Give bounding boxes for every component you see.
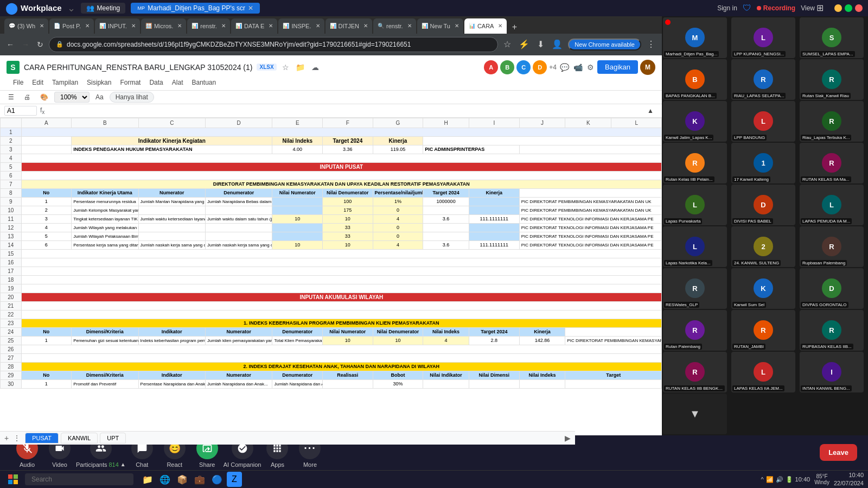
- tab-close-icon[interactable]: ✕: [269, 23, 273, 29]
- tab-close-icon[interactable]: ✕: [316, 23, 320, 29]
- video-tile[interactable]: BBAPAS PANGKALAN B...: [663, 59, 727, 100]
- account-button[interactable]: M: [640, 60, 655, 75]
- sheet-tab-kanwil[interactable]: KANWIL: [61, 433, 98, 435]
- add-sheet-button[interactable]: +: [4, 434, 9, 435]
- menu-button[interactable]: ⋮: [644, 38, 658, 50]
- sheet-tab-pusat[interactable]: PUSAT: [25, 433, 59, 435]
- taskbar-app-chrome[interactable]: 🌐: [157, 472, 173, 487]
- user-dot-green[interactable]: B: [500, 60, 514, 74]
- video-tile[interactable]: KKanwil Sum Sel: [731, 268, 795, 309]
- browser-tab-wh[interactable]: 💬 (3) Wh ✕: [4, 18, 48, 34]
- comment-button[interactable]: 💬: [559, 62, 570, 73]
- taskbar-app-explorer[interactable]: 📁: [140, 472, 155, 487]
- video-tile[interactable]: DDIVISI PAS BABEL: [731, 185, 795, 225]
- user-dot-red[interactable]: A: [484, 60, 498, 74]
- font-button[interactable]: Aa: [92, 92, 107, 103]
- menu-edit[interactable]: Edit: [28, 77, 48, 88]
- menu-tampilan[interactable]: Tampilan: [48, 77, 82, 88]
- meeting-button[interactable]: 👥 Meeting: [81, 3, 126, 14]
- settings-button[interactable]: ⚙: [586, 62, 595, 73]
- reload-button[interactable]: ↻: [35, 39, 46, 50]
- tab-close-icon[interactable]: ✕: [40, 23, 44, 29]
- video-tile[interactable]: KKanwil Jatim_Lapas K...: [663, 101, 727, 142]
- maximize-button[interactable]: [845, 4, 852, 12]
- video-tile[interactable]: LLPP KUPANG_NENGSI...: [731, 17, 795, 58]
- close-button[interactable]: [855, 4, 863, 12]
- tab-close-icon[interactable]: ✕: [498, 23, 502, 29]
- tray-chevron[interactable]: ^: [761, 476, 763, 483]
- video-tile[interactable]: RRutan Siak_Kanwil Riau: [800, 59, 864, 100]
- browser-tab-cara[interactable]: 📊 CARA ✕: [464, 18, 507, 34]
- paint-button[interactable]: 🎨: [36, 92, 52, 103]
- cell-a2[interactable]: [21, 136, 72, 145]
- cell-a3[interactable]: [21, 145, 72, 154]
- video-tile[interactable]: RRUTAN_JAMBI: [731, 310, 795, 351]
- taskbar-app-dropbox[interactable]: 📦: [175, 472, 190, 487]
- menu-file[interactable]: File: [9, 77, 28, 88]
- browser-tab-micro[interactable]: 🪟 Micros. ✕: [141, 18, 186, 34]
- video-tile[interactable]: RRUTAN KELAS IIB BENGKULU...: [663, 352, 727, 392]
- new-tab-button[interactable]: +: [508, 21, 521, 34]
- scroll-down-button[interactable]: ▼: [663, 394, 727, 434]
- sign-in-button[interactable]: Sign in: [717, 4, 737, 12]
- video-tile[interactable]: RRiau_Lapas Terbuka K...: [800, 101, 864, 142]
- col-l-header[interactable]: L: [611, 118, 662, 128]
- col-h-header[interactable]: H: [423, 118, 469, 128]
- video-tile[interactable]: LLapas Purwakarta: [663, 185, 727, 225]
- video-tile[interactable]: MMarhadi_Ditjen Pas_Bag...: [663, 17, 727, 58]
- profile-button[interactable]: 👤: [550, 38, 565, 50]
- print-button[interactable]: 🖨: [20, 92, 34, 103]
- col-k-header[interactable]: K: [565, 118, 611, 128]
- tab-close-icon[interactable]: ✕: [131, 23, 136, 29]
- col-g-header[interactable]: G: [373, 118, 423, 128]
- video-tile[interactable]: IINTAN KANWIL BENG...: [800, 352, 864, 392]
- col-f-header[interactable]: F: [323, 118, 373, 128]
- video-tile[interactable]: RRUPBASAN KELAS IIB...: [800, 310, 864, 351]
- browser-tab-data[interactable]: 📊 DATA E ✕: [231, 18, 278, 34]
- download-button[interactable]: ⬇: [535, 38, 546, 50]
- sheet-options-button[interactable]: ⋮: [13, 434, 21, 435]
- browser-tab-ditjen[interactable]: 📊 DITJEN ✕: [326, 18, 373, 34]
- video-tile[interactable]: LLapas Narkotika Kela...: [663, 226, 727, 267]
- video-tile[interactable]: LLAPAS KELAS IIA JEM...: [731, 352, 795, 392]
- leave-button[interactable]: Leave: [820, 444, 857, 461]
- forward-button[interactable]: →: [20, 39, 31, 50]
- tray-speaker-icon[interactable]: 🔊: [776, 476, 783, 483]
- tab-close-icon[interactable]: ✕: [221, 23, 226, 29]
- tab-close-icon[interactable]: ✕: [177, 23, 182, 29]
- taskbar-search-input[interactable]: [25, 473, 133, 485]
- taskbar-app-zoom[interactable]: Z: [227, 472, 242, 487]
- taskbar-app-teams[interactable]: 💼: [192, 472, 207, 487]
- video-tile[interactable]: RRIAU_LAPAS SELATPA...: [731, 59, 795, 100]
- col-a-header[interactable]: A: [21, 118, 72, 128]
- performance-button[interactable]: ⚡: [516, 38, 532, 50]
- video-tile[interactable]: RRutan Kelas IIB Pelain...: [663, 143, 727, 183]
- browser-tab-inspe[interactable]: 📊 INSPE. ✕: [278, 18, 324, 34]
- col-b-header[interactable]: B: [72, 118, 138, 128]
- col-e-header[interactable]: E: [272, 118, 323, 128]
- menu-icon-button[interactable]: ☰: [4, 92, 18, 103]
- screen-share-tab[interactable]: MP Marhadi_Ditjen Pas_Bag PP's scr ✕: [131, 3, 260, 14]
- move-button[interactable]: 📁: [295, 62, 306, 73]
- browser-tab-renstr2[interactable]: 🔍 renstr. ✕: [373, 18, 416, 34]
- taskbar-app-edge[interactable]: 🔵: [209, 472, 225, 487]
- minimize-button[interactable]: [834, 4, 842, 12]
- cell-a1[interactable]: [21, 128, 661, 136]
- share-button[interactable]: Bagikan: [597, 60, 638, 74]
- address-bar[interactable]: 🔒 docs.google.com/spreadsheets/d/196pl1f…: [49, 37, 498, 52]
- video-tile[interactable]: SSUMSEL_LAPAS EMPA...: [800, 17, 864, 58]
- tab-close-icon[interactable]: ✕: [455, 23, 459, 29]
- video-tile[interactable]: RRupbasan Palembang: [800, 226, 864, 267]
- tab-close-icon[interactable]: ✕: [407, 23, 412, 29]
- col-c-header[interactable]: C: [138, 118, 205, 128]
- video-tile[interactable]: 224. KANWIL SULTENG: [731, 226, 795, 267]
- browser-tab-renstr1[interactable]: 📊 renstr. ✕: [187, 18, 230, 34]
- chrome-available-button[interactable]: New Chrome available: [568, 39, 641, 50]
- formula-bar[interactable]: [48, 110, 640, 111]
- cell-reference-input[interactable]: [4, 106, 37, 116]
- video-tile[interactable]: LLPP BANDUNG: [731, 101, 795, 142]
- bookmark-button[interactable]: ☆: [501, 38, 513, 50]
- zoom-selector[interactable]: 100%: [54, 92, 90, 103]
- browser-tab-newtu[interactable]: 📊 New Tu ✕: [417, 18, 463, 34]
- menu-format[interactable]: Format: [116, 77, 145, 88]
